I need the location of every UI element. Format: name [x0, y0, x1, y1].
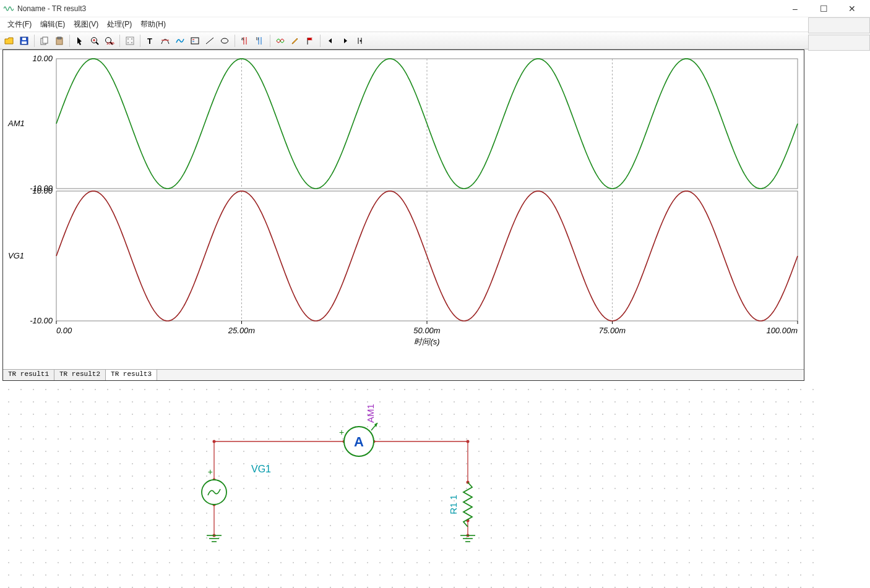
label-r1: R1 1 [448, 495, 459, 514]
svg-rect-6 [58, 37, 61, 39]
cursor-a-icon[interactable]: a [238, 34, 252, 48]
menu-help[interactable]: 帮助(H) [137, 18, 170, 31]
titlebar: Noname - TR result3 – ☐ ✕ [0, 0, 870, 17]
open-icon[interactable] [2, 34, 16, 48]
svg-point-15 [127, 38, 129, 40]
plot-window: 0.0025.00m50.00m75.00m100.00m时间(s)10.00-… [2, 49, 804, 381]
minimize-button[interactable]: – [781, 0, 809, 17]
toolbar: 100%Tab [0, 32, 870, 49]
pointer-icon[interactable] [73, 34, 87, 48]
close-button[interactable]: ✕ [838, 0, 866, 17]
svg-rect-2 [22, 38, 26, 40]
legend-icon[interactable] [188, 34, 202, 48]
app-icon [4, 4, 14, 14]
menu-view[interactable]: 视图(V) [70, 18, 102, 31]
label-am1: AM1 [365, 404, 376, 423]
svg-text:T: T [147, 36, 152, 45]
menubar: 文件(F) 编辑(E) 视图(V) 处理(P) 帮助(H) [0, 17, 870, 32]
ellipse-icon[interactable] [218, 34, 231, 48]
svg-line-24 [206, 38, 213, 44]
label-vg1: VG1 [251, 464, 271, 474]
xaxis-label: 时间(s) [414, 337, 439, 346]
svg-text:A: A [354, 434, 364, 450]
svg-line-8 [96, 42, 98, 45]
chart-area[interactable]: 0.0025.00m50.00m75.00m100.00m时间(s)10.00-… [3, 50, 804, 369]
right-arrow-icon[interactable] [338, 34, 352, 48]
zoom-in-icon[interactable] [88, 34, 101, 48]
grid-icon[interactable] [123, 34, 137, 48]
xtick-label: 50.00m [413, 326, 441, 335]
side-panel-stub [808, 17, 870, 51]
ytick-label: -10.00 [30, 316, 53, 325]
series-name-VG1: VG1 [8, 251, 24, 260]
svg-text:100%: 100% [106, 41, 114, 45]
ytick-label: 10.00 [32, 186, 53, 195]
menu-file[interactable]: 文件(F) [4, 18, 35, 31]
svg-text:+: + [339, 427, 344, 437]
series-name-AM1: AM1 [7, 119, 25, 128]
svg-point-17 [127, 42, 129, 43]
svg-point-18 [131, 42, 132, 43]
svg-rect-14 [126, 37, 134, 45]
menu-process[interactable]: 处理(P) [103, 18, 136, 31]
xtick-label: 75.00m [599, 326, 626, 335]
curve-icon[interactable] [173, 34, 187, 48]
paste-icon[interactable] [53, 34, 66, 48]
copy-icon[interactable] [38, 34, 51, 48]
tangent-icon[interactable] [203, 34, 217, 48]
vbar-icon[interactable] [353, 34, 367, 48]
cursor-b-icon[interactable]: b [253, 34, 267, 48]
svg-text:a: a [241, 36, 244, 41]
svg-rect-1 [22, 41, 27, 44]
zoom-fit-icon[interactable]: 100% [103, 34, 116, 48]
svg-point-49 [467, 440, 470, 443]
axes-icon[interactable] [273, 34, 287, 48]
tab-tr-result1[interactable]: TR result1 [3, 370, 54, 380]
svg-text:b: b [256, 36, 259, 41]
xtick-label: 25.00m [228, 326, 256, 335]
pencil-icon[interactable] [288, 34, 302, 48]
xtick-label: 0.00 [56, 326, 72, 335]
xtick-label: 100.00m [766, 326, 798, 335]
tab-tr-result3[interactable]: TR result3 [106, 370, 157, 380]
svg-point-25 [222, 38, 228, 43]
flag-icon[interactable] [303, 34, 317, 48]
window-title: Noname - TR result3 [17, 4, 781, 13]
schematic-canvas[interactable]: +VG1 A+AM1R1 1 [0, 381, 817, 588]
text-icon[interactable]: T [144, 34, 157, 48]
line-icon[interactable] [158, 34, 172, 48]
plot-tabs: TR result1TR result2TR result3 [3, 369, 804, 380]
svg-rect-4 [43, 37, 48, 43]
svg-text:+: + [208, 467, 213, 477]
save-icon[interactable] [17, 34, 31, 48]
left-arrow-icon[interactable] [324, 34, 337, 48]
ytick-label: 10.00 [32, 54, 53, 63]
menu-edit[interactable]: 编辑(E) [37, 18, 69, 31]
svg-point-48 [213, 440, 216, 443]
tab-tr-result2[interactable]: TR result2 [54, 370, 106, 380]
maximize-button[interactable]: ☐ [809, 0, 838, 17]
svg-point-16 [131, 38, 132, 40]
svg-rect-21 [191, 38, 199, 44]
